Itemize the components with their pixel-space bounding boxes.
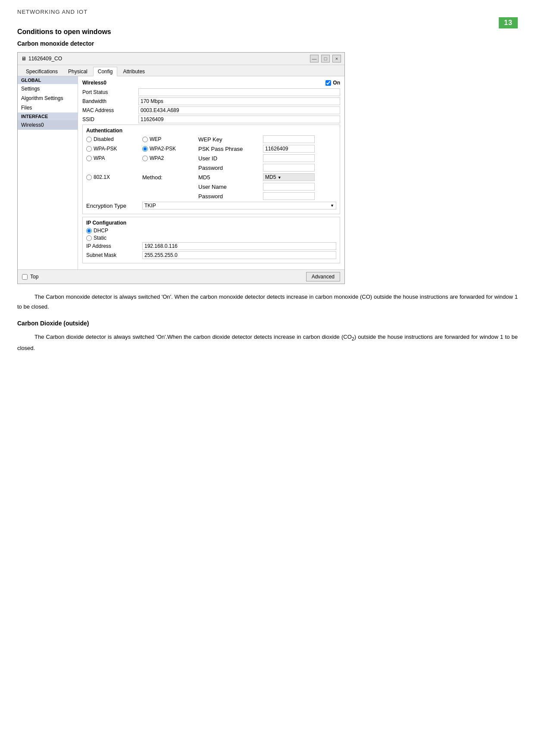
port-status-checkbox[interactable] — [325, 80, 331, 86]
sidebar-item-wireless0[interactable]: Wireless0 — [18, 120, 78, 130]
advanced-button[interactable]: Advanced — [306, 272, 340, 281]
subnet-label: Subnet Mask — [86, 252, 142, 258]
radio-wpa-psk[interactable]: WPA-PSK — [86, 146, 142, 152]
radio-static-input[interactable] — [86, 235, 92, 241]
auth-row-5: 802.1X Method: MD5 MD5 ▼ — [86, 173, 336, 181]
ip-address-value: 192.168.0.116 — [142, 242, 336, 250]
page-header-text: NETWORKING AND IOT — [17, 9, 88, 15]
port-status-label: On — [333, 80, 340, 86]
ip-address-label: IP Address — [86, 243, 142, 249]
window-title-icon: 🖥 — [21, 56, 26, 62]
sidebar-item-global: GLOBAL — [18, 76, 78, 84]
tab-physical[interactable]: Physical — [63, 67, 92, 76]
sidebar-item-files[interactable]: Files — [18, 103, 78, 112]
port-status-field: Port Status — [82, 88, 340, 96]
close-button[interactable]: × — [332, 55, 341, 62]
sidebar: GLOBAL Settings Algorithm Settings Files… — [18, 76, 78, 269]
encryption-dropdown[interactable]: TKIP ▼ — [142, 202, 336, 209]
radio-8021x-input[interactable] — [86, 175, 92, 180]
top-label: Top — [30, 274, 38, 280]
encryption-label: Encryption Type — [86, 203, 142, 209]
password-label: Password — [198, 165, 263, 171]
wireless-title-text: Wireless0 — [82, 80, 106, 86]
mac-value: 0003.E434.A689 — [138, 106, 340, 114]
co2-text-1: The Carbon dioxide detector is always sw… — [34, 334, 352, 340]
auth-row-7: Password — [86, 192, 336, 200]
radio-wpa[interactable]: WPA — [86, 155, 142, 161]
password2-value[interactable] — [263, 192, 315, 200]
radio-disabled-input[interactable] — [86, 137, 92, 142]
sidebar-item-settings[interactable]: Settings — [18, 84, 78, 94]
minimize-button[interactable]: — — [310, 55, 319, 62]
radio-wpa2-input[interactable] — [142, 156, 148, 161]
section-title: Conditions to open windows — [17, 28, 518, 36]
restore-button[interactable]: □ — [321, 55, 330, 62]
page-header: NETWORKING AND IOT 13 — [17, 9, 518, 15]
user-name-value[interactable] — [263, 183, 315, 191]
window-controls: — □ × — [310, 55, 341, 62]
ssid-label: SSID — [82, 116, 138, 122]
port-status-row: On — [325, 80, 340, 86]
ip-address-row: IP Address 192.168.0.116 — [86, 242, 336, 250]
window-body: GLOBAL Settings Algorithm Settings Files… — [18, 76, 344, 269]
bandwidth-value: 170 Mbps — [138, 97, 340, 105]
radio-wpa2-psk-input[interactable] — [142, 146, 148, 152]
auth-row-1: Disabled WEP WEP Key — [86, 135, 336, 143]
user-id-label: User ID — [198, 155, 263, 162]
co-description: The Carbon monoxide detector is always s… — [17, 292, 518, 312]
radio-wpa-input[interactable] — [86, 156, 92, 161]
radio-wpa-psk-input[interactable] — [86, 146, 92, 152]
auth-label: Authentication — [86, 128, 336, 134]
wep-key-label: WEP Key — [198, 136, 263, 143]
encryption-arrow: ▼ — [330, 203, 334, 208]
radio-wpa2[interactable]: WPA2 — [142, 155, 198, 161]
auth-row-4: Password — [86, 164, 336, 172]
radio-static[interactable]: Static — [86, 235, 106, 241]
bandwidth-label: Bandwidth — [82, 98, 138, 104]
auth-row-6: User Name — [86, 183, 336, 191]
top-checkbox[interactable] — [22, 274, 28, 280]
tab-specifications[interactable]: Specifications — [21, 67, 63, 76]
footer-right: Advanced — [306, 272, 340, 281]
psk-pass-label: PSK Pass Phrase — [198, 146, 263, 152]
subnet-value: 255.255.255.0 — [142, 251, 336, 259]
md5-dropdown[interactable]: MD5 ▼ — [263, 173, 315, 181]
encryption-value: TKIP — [144, 203, 156, 209]
footer-left: Top — [22, 274, 38, 280]
encryption-row: Encryption Type TKIP ▼ — [86, 202, 336, 209]
cisco-window: 🖥 11626409_CO — □ × Specifications Physi… — [17, 52, 345, 284]
auth-section: Authentication Disabled WEP — [82, 125, 340, 214]
co2-subsection-title: Carbon Dioxide (outside) — [17, 320, 518, 327]
mac-field: MAC Address 0003.E434.A689 — [82, 106, 340, 114]
bandwidth-field: Bandwidth 170 Mbps — [82, 97, 340, 105]
window-titlebar: 🖥 11626409_CO — □ × — [18, 53, 344, 65]
window-footer: Top Advanced — [18, 269, 344, 284]
radio-dhcp[interactable]: DHCP — [86, 228, 108, 234]
window-title-text: 11626409_CO — [28, 56, 62, 62]
radio-disabled[interactable]: Disabled — [86, 136, 142, 142]
radio-wpa2-psk[interactable]: WPA2-PSK — [142, 146, 198, 152]
auth-row-2: WPA-PSK WPA2-PSK PSK Pass Phrase — [86, 145, 336, 153]
password2-label: Password — [198, 193, 263, 200]
md5-label: MD5 — [198, 174, 263, 181]
tab-attributes[interactable]: Attributes — [118, 67, 150, 76]
sidebar-item-algorithm-settings[interactable]: Algorithm Settings — [18, 94, 78, 103]
radio-dhcp-input[interactable] — [86, 228, 92, 234]
wep-key-value[interactable] — [263, 135, 315, 143]
ip-section: IP Configuration DHCP Static — [82, 217, 340, 263]
tab-config[interactable]: Config — [93, 67, 118, 76]
radio-wep[interactable]: WEP — [142, 136, 198, 142]
port-status-value — [138, 88, 340, 96]
auth-row-3: WPA WPA2 User ID — [86, 154, 336, 162]
user-id-value[interactable] — [263, 154, 315, 162]
method-label: Method: — [142, 174, 198, 181]
radio-8021x[interactable]: 802.1X — [86, 174, 142, 180]
password-value[interactable] — [263, 164, 315, 172]
md5-arrow: ▼ — [278, 175, 282, 180]
static-label: Static — [94, 235, 106, 241]
wireless-title-row: Wireless0 On — [82, 80, 340, 86]
ssid-value: 11626409 — [138, 116, 340, 123]
psk-pass-value[interactable]: 11626409 — [263, 145, 315, 153]
radio-wep-input[interactable] — [142, 137, 148, 142]
subnet-row: Subnet Mask 255.255.255.0 — [86, 251, 336, 259]
